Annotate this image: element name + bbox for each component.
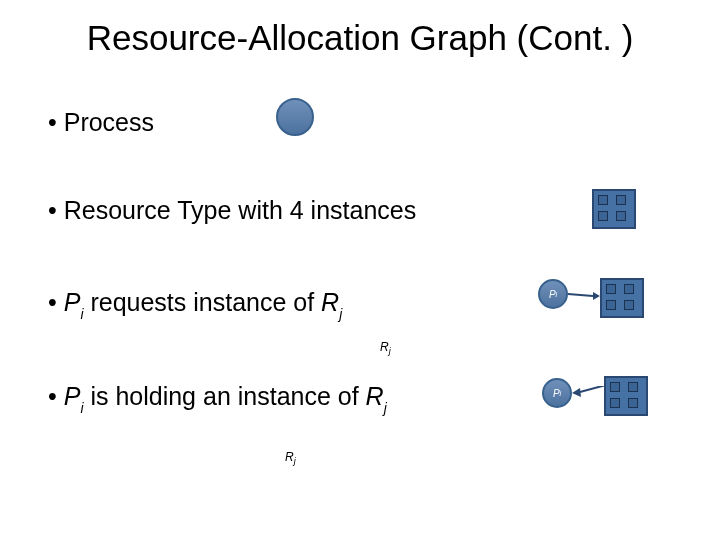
instance-dot-icon	[628, 398, 638, 408]
bullet-process-text: Process	[64, 108, 154, 136]
resource-box-4-icon	[592, 189, 636, 229]
instance-dot-icon	[606, 300, 616, 310]
bullet-resource-type: Resource Type with 4 instances	[48, 196, 416, 225]
rj-r: R	[285, 450, 294, 464]
bullet-requests: Pi requests instance of Rj	[48, 288, 342, 320]
instance-dot-icon	[624, 300, 634, 310]
bullet-resource-type-text: Resource Type with 4 instances	[64, 196, 417, 224]
instance-dot-icon	[616, 195, 626, 205]
pi-process-circle-icon: Pi	[538, 279, 568, 309]
rj-j: j	[384, 401, 387, 416]
pi-i: i	[80, 401, 83, 416]
rj-r: R	[321, 288, 339, 316]
svg-marker-1	[593, 292, 600, 300]
rj-label-requests: Rj	[380, 340, 391, 356]
instance-dot-icon	[624, 284, 634, 294]
pi-label-i: i	[560, 390, 562, 397]
rj-j: j	[389, 346, 391, 356]
requests-mid: requests instance of	[83, 288, 321, 316]
assignment-arrow-icon	[570, 386, 608, 400]
instance-dot-icon	[610, 382, 620, 392]
request-arrow-icon	[566, 290, 602, 302]
pi-process-circle-icon: Pi	[542, 378, 572, 408]
pi-p: P	[64, 288, 81, 316]
instance-dot-icon	[606, 284, 616, 294]
resource-box-holding-icon	[604, 376, 648, 416]
pi-label-i: i	[556, 291, 558, 298]
instance-dot-icon	[616, 211, 626, 221]
rj-r: R	[380, 340, 389, 354]
rj-label-holding: Rj	[285, 450, 296, 466]
instance-dot-icon	[598, 195, 608, 205]
svg-marker-3	[572, 388, 581, 397]
pi-p: P	[64, 382, 81, 410]
instance-dot-icon	[598, 211, 608, 221]
svg-line-0	[568, 294, 593, 296]
process-circle-icon	[276, 98, 314, 136]
rj-j: j	[339, 307, 342, 322]
instance-dot-icon	[628, 382, 638, 392]
resource-box-requests-icon	[600, 278, 644, 318]
rj-r: R	[366, 382, 384, 410]
bullet-process: Process	[48, 108, 154, 137]
holding-mid: is holding an instance of	[83, 382, 365, 410]
instance-dot-icon	[610, 398, 620, 408]
pi-i: i	[80, 307, 83, 322]
slide-title: Resource-Allocation Graph (Cont. )	[0, 18, 720, 58]
svg-line-2	[580, 386, 606, 392]
pi-label-p: P	[553, 388, 560, 399]
bullet-holding: Pi is holding an instance of Rj	[48, 382, 387, 414]
pi-label-p: P	[549, 289, 556, 300]
rj-j: j	[294, 456, 296, 466]
